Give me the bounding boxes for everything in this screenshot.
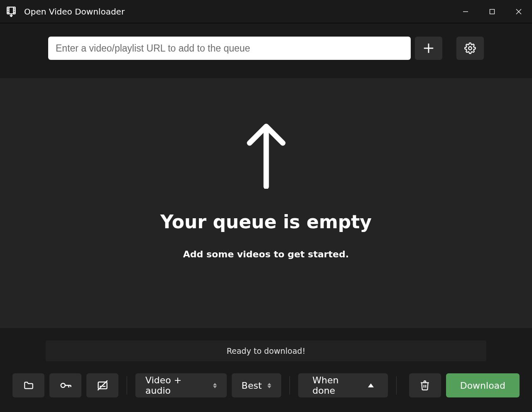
caret-up-icon — [368, 383, 374, 387]
format-select-label: Video + audio — [145, 375, 207, 396]
minimize-button[interactable] — [452, 0, 479, 23]
key-icon — [59, 379, 72, 392]
sort-icon — [267, 383, 271, 388]
settings-button[interactable] — [456, 37, 484, 60]
app-title: Open Video Downloader — [24, 7, 125, 17]
svg-marker-30 — [368, 383, 374, 387]
download-button[interactable]: Download — [446, 373, 520, 397]
format-select[interactable]: Video + audio — [135, 373, 226, 397]
empty-queue-title: Your queue is empty — [160, 211, 372, 232]
url-input[interactable] — [48, 37, 411, 60]
status-bar: Ready to download! — [46, 340, 486, 361]
toolbar-divider — [289, 376, 290, 395]
status-text: Ready to download! — [227, 346, 306, 355]
folder-icon — [23, 380, 34, 391]
download-button-label: Download — [460, 380, 505, 391]
trash-icon — [419, 380, 430, 391]
quality-select-label: Best — [242, 380, 262, 391]
url-input-bar — [0, 23, 532, 78]
svg-marker-27 — [213, 386, 217, 388]
app-logo-icon — [6, 6, 17, 17]
when-done-label: When done — [312, 375, 362, 396]
svg-rect-11 — [490, 9, 495, 14]
when-done-select[interactable]: When done — [298, 373, 387, 397]
window-controls — [452, 0, 532, 23]
add-button[interactable] — [415, 37, 442, 60]
svg-point-16 — [468, 47, 471, 49]
clear-queue-button[interactable] — [409, 373, 441, 397]
toolbar-divider — [396, 376, 397, 395]
maximize-button[interactable] — [479, 0, 505, 23]
subtitles-button[interactable] — [86, 373, 118, 397]
sort-icon — [213, 383, 217, 388]
queue-main-area: Your queue is empty Add some videos to g… — [0, 78, 532, 328]
open-folder-button[interactable] — [12, 373, 44, 397]
subtitles-off-icon — [97, 380, 108, 391]
svg-point-18 — [61, 383, 65, 387]
plus-icon — [422, 42, 435, 54]
svg-marker-28 — [267, 383, 271, 385]
quality-select[interactable]: Best — [232, 373, 282, 397]
toolbar-divider — [127, 376, 127, 395]
gear-icon — [464, 42, 476, 54]
close-button[interactable] — [505, 0, 532, 23]
svg-marker-29 — [267, 386, 271, 388]
bottom-panel: Ready to download! Video + audio — [0, 328, 532, 412]
svg-marker-26 — [213, 383, 217, 385]
arrow-up-icon — [245, 122, 287, 189]
titlebar: Open Video Downloader — [0, 0, 532, 23]
empty-queue-subtitle: Add some videos to get started. — [183, 249, 349, 259]
bottom-toolbar: Video + audio Best When done — [12, 373, 520, 398]
credentials-button[interactable] — [49, 373, 81, 397]
